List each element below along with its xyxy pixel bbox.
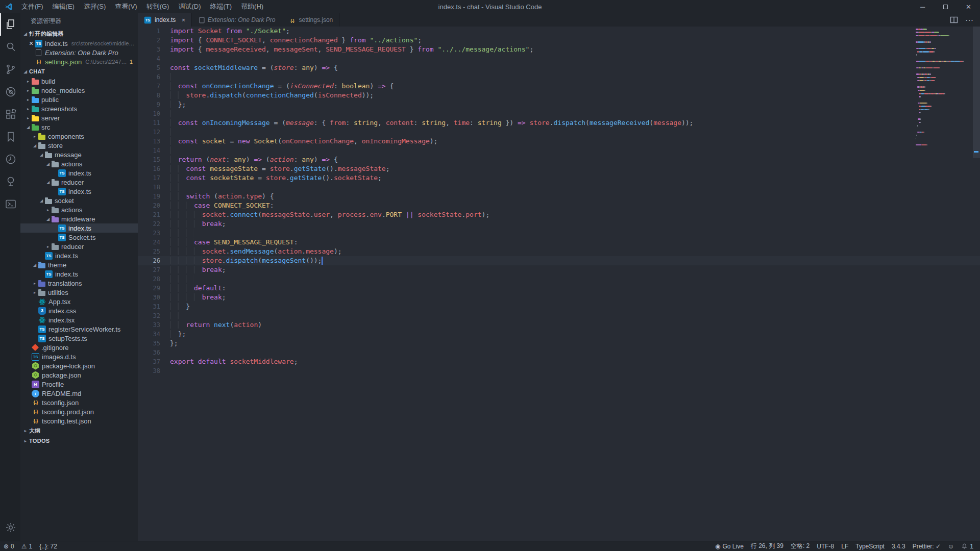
- code-line-38[interactable]: 38: [138, 366, 980, 375]
- code-line-29[interactable]: 29 default:: [138, 284, 980, 293]
- code-line-14[interactable]: 14: [138, 146, 980, 155]
- activity-explorer-icon[interactable]: [0, 13, 20, 36]
- tab-extension:-one-dark-pro[interactable]: Extension: One Dark Pro: [192, 13, 282, 27]
- code-line-7[interactable]: 7 const onConnectionChange = (isConnecte…: [138, 82, 980, 91]
- activity-extensions-icon[interactable]: [0, 103, 20, 126]
- tree-item-store[interactable]: ◢store: [20, 141, 138, 150]
- code-line-24[interactable]: 24 case SEND_MESSAGE_REQUEST:: [138, 238, 980, 247]
- status-空格-2[interactable]: 空格: 2: [787, 541, 813, 551]
- code-line-20[interactable]: 20 case CONNECT_SOCKET:: [138, 201, 980, 210]
- menu-帮助H[interactable]: 帮助(H): [236, 0, 268, 13]
- code-line-36[interactable]: 36: [138, 348, 980, 357]
- activity-settings-icon[interactable]: [0, 516, 20, 539]
- tree-item-index-ts[interactable]: TSindex.ts: [20, 187, 138, 196]
- activity-source-control-icon[interactable]: [0, 58, 20, 81]
- status-行-26-列-39[interactable]: 行 26, 列 39: [747, 541, 787, 551]
- activity-terminal-icon[interactable]: [0, 193, 20, 215]
- status-broadcast-Go-Live[interactable]: ◉Go Live: [712, 541, 747, 551]
- status-warning-1[interactable]: ⚠1: [18, 541, 36, 551]
- code-line-34[interactable]: 34 };: [138, 330, 980, 339]
- tree-item-README-md[interactable]: iREADME.md: [20, 389, 138, 398]
- code-line-16[interactable]: 16 const messageState = store.getState()…: [138, 164, 980, 173]
- outline-header[interactable]: ▸ 大纲: [20, 425, 138, 436]
- tree-item-actions[interactable]: ◢actions: [20, 159, 138, 168]
- code-line-4[interactable]: 4: [138, 54, 980, 63]
- tab-settings.json[interactable]: {..}settings.json: [282, 13, 340, 27]
- tree-item-Procfile[interactable]: HProcfile: [20, 380, 138, 389]
- status-error-0[interactable]: ⊗0: [0, 541, 18, 551]
- tree-item-node_modules[interactable]: ▸node_modules: [20, 86, 138, 95]
- tree-item-tsconfig-test-json[interactable]: {..}tsconfig.test.json: [20, 416, 138, 425]
- tree-item-message[interactable]: ◢message: [20, 150, 138, 159]
- open-editor-settings.json[interactable]: {..}settings.jsonC:\Users\22475\AppD...1: [20, 57, 138, 66]
- code-line-31[interactable]: 31 }: [138, 302, 980, 311]
- code-line-12[interactable]: 12: [138, 128, 980, 137]
- code-line-30[interactable]: 30 break;: [138, 293, 980, 302]
- tree-item-components[interactable]: ▸components: [20, 132, 138, 141]
- status-3-4-3[interactable]: 3.4.3: [888, 541, 909, 551]
- tree-item-actions[interactable]: ▸actions: [20, 205, 138, 214]
- tree-item-reducer[interactable]: ◢reducer: [20, 178, 138, 187]
- tree-item-theme[interactable]: ◢theme: [20, 260, 138, 269]
- code-line-10[interactable]: 10: [138, 109, 980, 118]
- code-line-6[interactable]: 6: [138, 72, 980, 82]
- tab-index.ts[interactable]: TSindex.ts×: [138, 13, 192, 27]
- tree-item-Socket-ts[interactable]: TSSocket.ts: [20, 233, 138, 242]
- close-button[interactable]: ✕: [957, 0, 980, 13]
- tree-item-index-tsx[interactable]: index.tsx: [20, 315, 138, 324]
- menu-查看V[interactable]: 查看(V): [110, 0, 141, 13]
- code-line-11[interactable]: 11 const onIncomingMessage = (message: {…: [138, 118, 980, 128]
- code-line-35[interactable]: 35};: [138, 339, 980, 348]
- tree-item-index-ts[interactable]: TSindex.ts: [20, 223, 138, 233]
- activity-bookmarks-icon[interactable]: [0, 126, 20, 148]
- tree-item-package-json[interactable]: ⬡package.json: [20, 370, 138, 380]
- menu-转到G[interactable]: 转到(G): [142, 0, 174, 13]
- menu-终端T[interactable]: 终端(T): [205, 0, 236, 13]
- code-editor[interactable]: 1import Socket from "./Socket";2import {…: [138, 27, 980, 541]
- code-line-37[interactable]: 37export default socketMiddleware;: [138, 357, 980, 366]
- code-line-22[interactable]: 22 break;: [138, 219, 980, 229]
- activity-todo-tree-icon[interactable]: [0, 170, 20, 193]
- tree-item-src[interactable]: ◢src: [20, 122, 138, 132]
- code-line-19[interactable]: 19 switch (action.type) {: [138, 192, 980, 201]
- close-editor-icon[interactable]: ✕: [28, 40, 35, 47]
- code-line-8[interactable]: 8 store.dispatch(connectionChanged(isCon…: [138, 91, 980, 100]
- code-line-27[interactable]: 27 break;: [138, 265, 980, 274]
- tree-item-index-ts[interactable]: TSindex.ts: [20, 168, 138, 178]
- code-line-33[interactable]: 33 return next(action): [138, 320, 980, 330]
- tree-item-tsconfig-json[interactable]: {..}tsconfig.json: [20, 398, 138, 407]
- code-line-18[interactable]: 18: [138, 183, 980, 192]
- tree-item-server[interactable]: ▸server: [20, 113, 138, 122]
- status-TypeScript[interactable]: TypeScript: [852, 541, 888, 551]
- tree-item-registerServiceWorker-ts[interactable]: TSregisterServiceWorker.ts: [20, 324, 138, 334]
- tree-item--gitignore[interactable]: .gitignore: [20, 343, 138, 352]
- tree-item-package-lock-json[interactable]: ⬡package-lock.json: [20, 361, 138, 370]
- split-editor-icon[interactable]: [950, 16, 958, 24]
- status-bell-1[interactable]: 1: [958, 541, 977, 551]
- close-tab-icon[interactable]: ×: [182, 17, 185, 23]
- code-line-13[interactable]: 13 const socket = new Socket(onConnectio…: [138, 137, 980, 146]
- more-actions-icon[interactable]: ⋯: [965, 15, 974, 25]
- menu-编辑E[interactable]: 编辑(E): [48, 0, 79, 13]
- status-LF[interactable]: LF: [838, 541, 852, 551]
- status-Prettier[interactable]: Prettier: ✓: [909, 541, 944, 551]
- activity-history-icon[interactable]: [0, 148, 20, 170]
- code-line-1[interactable]: 1import Socket from "./Socket";: [138, 27, 980, 36]
- tree-item-images-d-ts[interactable]: TSimages.d.ts: [20, 352, 138, 361]
- tree-item-setupTests-ts[interactable]: TSsetupTests.ts: [20, 334, 138, 343]
- code-line-28[interactable]: 28: [138, 274, 980, 284]
- tree-item-public[interactable]: ▸public: [20, 95, 138, 104]
- minimize-button[interactable]: ─: [911, 0, 934, 13]
- open-editors-header[interactable]: ◢ 打开的编辑器: [20, 29, 138, 39]
- status-smiley[interactable]: ☺: [944, 541, 958, 551]
- minimap[interactable]: [916, 29, 973, 156]
- code-line-15[interactable]: 15 return (next: any) => (action: any) =…: [138, 155, 980, 164]
- open-editor-extension:-one-dark-pro[interactable]: Extension: One Dark Pro: [20, 48, 138, 57]
- code-line-23[interactable]: 23: [138, 229, 980, 238]
- tree-item-build[interactable]: ▸build: [20, 77, 138, 86]
- code-line-25[interactable]: 25 socket.sendMessage(action.message);: [138, 247, 980, 256]
- menu-调试D[interactable]: 调试(D): [174, 0, 205, 13]
- code-line-32[interactable]: 32: [138, 311, 980, 320]
- tree-item-tsconfig-prod-json[interactable]: {..}tsconfig.prod.json: [20, 407, 138, 416]
- tree-item-utilities[interactable]: ▸utilities: [20, 288, 138, 297]
